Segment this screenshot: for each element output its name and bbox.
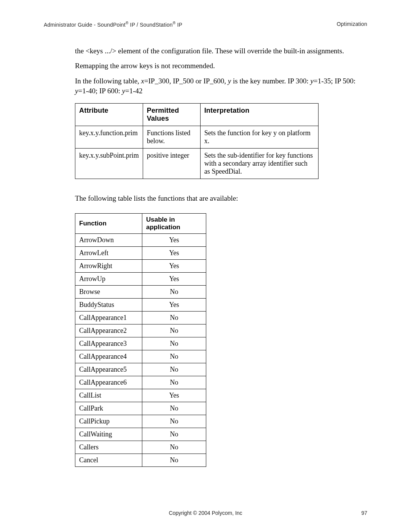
cell-function: ArrowDown: [75, 234, 142, 247]
cell-function: CallPickup: [75, 415, 142, 428]
table-row: CallAppearance4No: [75, 350, 206, 363]
cell-usable: Yes: [142, 273, 206, 286]
cell-usable: No: [142, 350, 206, 363]
variable-y: y: [311, 77, 314, 85]
cell-function: CallList: [75, 389, 142, 402]
cell-function: ArrowUp: [75, 273, 142, 286]
cell-function: ArrowRight: [75, 260, 142, 273]
paragraph: In the following table, x=IP_300, IP_500…: [75, 76, 367, 96]
header-left-mid: IP / SoundStation: [129, 22, 173, 28]
cell-function: Callers: [75, 441, 142, 454]
cell-function: Cancel: [75, 454, 142, 467]
table-row: CallAppearance6No: [75, 376, 206, 389]
registered-icon: ®: [126, 21, 129, 25]
cell-usable: No: [142, 312, 206, 324]
variable-x: x: [141, 77, 144, 85]
cell-attribute: key.x.y.subPoint.prim: [75, 149, 143, 179]
col-function: Function: [75, 214, 142, 234]
col-permitted-values: Permitted Values: [143, 104, 200, 126]
cell-permitted-values: positive integer: [143, 149, 200, 179]
table-row: CallAppearance2No: [75, 324, 206, 337]
paragraph: Remapping the arrow keys is not recommen…: [75, 61, 367, 71]
cell-usable: No: [142, 363, 206, 376]
col-interpretation: Interpretation: [200, 104, 318, 126]
footer-copyright: Copyright © 2004 Polycom, Inc: [0, 510, 411, 516]
table-row: ArrowLeftYes: [75, 247, 206, 260]
table-row: CallPickupNo: [75, 415, 206, 428]
cell-usable: Yes: [142, 389, 206, 402]
table-row: key.x.y.function.primFunctions listed be…: [75, 126, 319, 149]
cell-function: CallAppearance3: [75, 337, 142, 350]
function-table: Function Usable in application ArrowDown…: [75, 213, 206, 467]
cell-usable: No: [142, 402, 206, 415]
cell-attribute: key.x.y.function.prim: [75, 126, 143, 149]
text-run: =1-40; IP 600:: [78, 87, 122, 95]
table-row: CallListYes: [75, 389, 206, 402]
table-row: key.x.y.subPoint.primpositive integerSet…: [75, 149, 319, 179]
body-text: the <keys .../> element of the configura…: [75, 46, 367, 96]
cell-usable: Yes: [142, 260, 206, 273]
table-header-row: Function Usable in application: [75, 214, 206, 234]
header-right: Optimization: [337, 21, 367, 28]
cell-usable: No: [142, 324, 206, 337]
cell-usable: Yes: [142, 234, 206, 247]
page: Administrator Guide - SoundPoint® IP / S…: [0, 0, 411, 532]
attribute-table: Attribute Permitted Values Interpretatio…: [75, 103, 319, 179]
table-row: ArrowRightYes: [75, 260, 206, 273]
cell-function: CallAppearance6: [75, 376, 142, 389]
cell-interpretation: Sets the function for key y on platform …: [200, 126, 318, 149]
table-row: CallParkNo: [75, 402, 206, 415]
table-row: ArrowDownYes: [75, 234, 206, 247]
cell-usable: Yes: [142, 247, 206, 260]
cell-usable: Yes: [142, 299, 206, 312]
text-run: =1-35; IP 500:: [314, 77, 355, 85]
col-attribute: Attribute: [75, 104, 143, 126]
table-row: BrowseNo: [75, 286, 206, 299]
cell-usable: No: [142, 454, 206, 467]
page-header: Administrator Guide - SoundPoint® IP / S…: [44, 21, 367, 28]
cell-usable: No: [142, 441, 206, 454]
table-row: CallAppearance5No: [75, 363, 206, 376]
text-run: =IP_300, IP_500 or IP_600,: [144, 77, 228, 85]
table-row: CallersNo: [75, 441, 206, 454]
header-left-prefix: Administrator Guide - SoundPoint: [44, 22, 126, 28]
cell-usable: No: [142, 376, 206, 389]
paragraph: The following table lists the functions …: [75, 194, 367, 203]
cell-function: BuddyStatus: [75, 299, 142, 312]
cell-function: CallWaiting: [75, 428, 142, 441]
table-row: CancelNo: [75, 454, 206, 467]
cell-function: CallAppearance2: [75, 324, 142, 337]
header-left: Administrator Guide - SoundPoint® IP / S…: [44, 21, 182, 28]
cell-usable: No: [142, 428, 206, 441]
table-row: ArrowUpYes: [75, 273, 206, 286]
table-row: CallAppearance1No: [75, 312, 206, 324]
paragraph: the <keys .../> element of the configura…: [75, 46, 367, 56]
cell-usable: No: [142, 286, 206, 299]
text-run: In the following table,: [75, 77, 141, 85]
text-run: =1-42: [125, 87, 143, 95]
text-run: is the key number. IP 300:: [231, 77, 310, 85]
cell-function: CallAppearance4: [75, 350, 142, 363]
table-row: CallWaitingNo: [75, 428, 206, 441]
cell-function: CallAppearance1: [75, 312, 142, 324]
table-header-row: Attribute Permitted Values Interpretatio…: [75, 104, 319, 126]
cell-function: ArrowLeft: [75, 247, 142, 260]
variable-y: y: [122, 87, 125, 95]
cell-permitted-values: Functions listed below.: [143, 126, 200, 149]
cell-function: Browse: [75, 286, 142, 299]
variable-y: y: [228, 77, 231, 85]
header-left-suffix: IP: [175, 22, 182, 28]
cell-usable: No: [142, 337, 206, 350]
cell-usable: No: [142, 415, 206, 428]
page-number: 97: [361, 510, 367, 516]
table-row: CallAppearance3No: [75, 337, 206, 350]
cell-function: CallAppearance5: [75, 363, 142, 376]
cell-interpretation: Sets the sub-identifier for key function…: [200, 149, 318, 179]
cell-function: CallPark: [75, 402, 142, 415]
col-usable: Usable in application: [142, 214, 206, 234]
table-row: BuddyStatusYes: [75, 299, 206, 312]
